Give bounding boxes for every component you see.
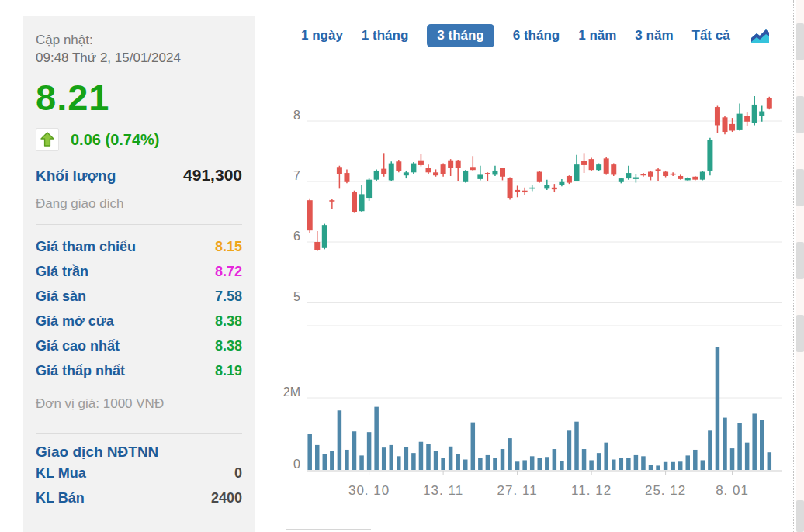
volume-bar bbox=[649, 465, 653, 470]
clipped-right-row bbox=[796, 315, 804, 352]
candle bbox=[744, 116, 750, 122]
candle bbox=[366, 180, 372, 198]
volume-bar bbox=[560, 461, 564, 470]
stock-detail-page: Cập nhật: 09:48 Thứ 2, 15/01/2024 8.21 0… bbox=[0, 0, 804, 532]
candle bbox=[604, 158, 609, 174]
candle bbox=[463, 171, 468, 182]
candle bbox=[307, 200, 313, 230]
candle bbox=[359, 194, 365, 211]
volume-bar bbox=[656, 465, 660, 470]
candlestick-series bbox=[307, 96, 772, 251]
price-volume-chart[interactable]: 30. 1013. 1127. 1111. 1225. 128. 0187652… bbox=[0, 0, 804, 532]
candle bbox=[767, 98, 772, 108]
svg-text:0: 0 bbox=[293, 458, 300, 471]
volume-bar bbox=[501, 449, 505, 470]
candle bbox=[700, 172, 705, 180]
candle bbox=[337, 167, 342, 174]
volume-bar bbox=[330, 451, 334, 470]
candle bbox=[529, 188, 535, 189]
volume-bar bbox=[352, 431, 357, 470]
candle bbox=[374, 171, 379, 180]
volume-bar bbox=[716, 347, 720, 470]
candle bbox=[500, 168, 505, 177]
candle bbox=[633, 178, 639, 179]
svg-text:30. 10: 30. 10 bbox=[348, 483, 390, 498]
volume-bar bbox=[582, 449, 587, 470]
clipped-right-row bbox=[796, 23, 804, 60]
candle bbox=[737, 114, 743, 130]
candle bbox=[596, 164, 601, 170]
candle bbox=[515, 190, 520, 192]
svg-text:8. 01: 8. 01 bbox=[716, 483, 749, 498]
candle bbox=[322, 225, 327, 248]
volume-bar bbox=[678, 461, 683, 470]
volume-bar bbox=[641, 456, 646, 470]
volume-bar bbox=[693, 450, 698, 470]
candle bbox=[611, 164, 616, 174]
candle bbox=[329, 200, 334, 202]
volume-bar bbox=[486, 455, 490, 470]
volume-bar bbox=[597, 453, 601, 470]
clipped-right-panel bbox=[796, 0, 804, 532]
candle bbox=[574, 164, 580, 181]
candle bbox=[396, 161, 401, 171]
volume-bar bbox=[478, 458, 483, 470]
volume-bar bbox=[382, 447, 386, 470]
volume-bar bbox=[686, 455, 691, 470]
candle bbox=[619, 178, 624, 182]
volume-bar bbox=[345, 450, 349, 470]
volume-bar bbox=[634, 455, 639, 470]
volume-bar bbox=[626, 458, 631, 470]
volume-bar bbox=[419, 442, 424, 470]
candle bbox=[626, 173, 631, 178]
volume-bar bbox=[390, 445, 394, 470]
volume-bar bbox=[545, 457, 549, 470]
candle bbox=[715, 107, 720, 125]
volume-bar bbox=[463, 460, 468, 470]
candle bbox=[656, 169, 661, 171]
volume-bar bbox=[553, 449, 557, 470]
candle bbox=[729, 124, 735, 131]
candle bbox=[508, 178, 513, 198]
candle bbox=[559, 182, 564, 185]
svg-text:7: 7 bbox=[293, 169, 300, 182]
volume-bar bbox=[471, 423, 476, 470]
candle bbox=[448, 161, 453, 168]
volume-bar bbox=[530, 456, 535, 470]
volume-bar bbox=[411, 453, 416, 470]
svg-text:13. 11: 13. 11 bbox=[423, 483, 463, 498]
candle bbox=[344, 173, 349, 182]
candle bbox=[418, 161, 424, 165]
panel-separator bbox=[793, 0, 794, 532]
volume-bar bbox=[760, 420, 764, 470]
volume-bar bbox=[604, 443, 608, 470]
svg-text:8: 8 bbox=[293, 109, 300, 122]
candle bbox=[685, 178, 691, 180]
candle bbox=[759, 112, 764, 116]
candle bbox=[477, 174, 483, 178]
volume-series bbox=[307, 347, 771, 470]
volume-bar bbox=[426, 444, 431, 470]
volume-bar bbox=[367, 432, 372, 470]
candle bbox=[544, 185, 549, 189]
volume-bar bbox=[515, 461, 520, 470]
clipped-right-row bbox=[796, 500, 804, 532]
svg-text:5: 5 bbox=[293, 290, 300, 303]
volume-bar bbox=[701, 460, 705, 470]
volume-bar bbox=[323, 454, 327, 470]
volume-bar bbox=[708, 430, 712, 470]
volume-bar bbox=[619, 458, 624, 470]
volume-bar bbox=[664, 462, 668, 470]
candle bbox=[381, 169, 386, 174]
clipped-bottom-element bbox=[286, 529, 371, 530]
volume-bar bbox=[567, 430, 572, 470]
candle bbox=[522, 191, 528, 192]
svg-text:6: 6 bbox=[293, 230, 300, 243]
volume-bar bbox=[768, 452, 772, 470]
volume-bar bbox=[508, 438, 512, 470]
candle bbox=[404, 172, 409, 175]
volume-bar bbox=[745, 443, 750, 470]
volume-bar bbox=[397, 456, 401, 470]
volume-bar bbox=[752, 413, 757, 470]
candle bbox=[492, 171, 497, 174]
